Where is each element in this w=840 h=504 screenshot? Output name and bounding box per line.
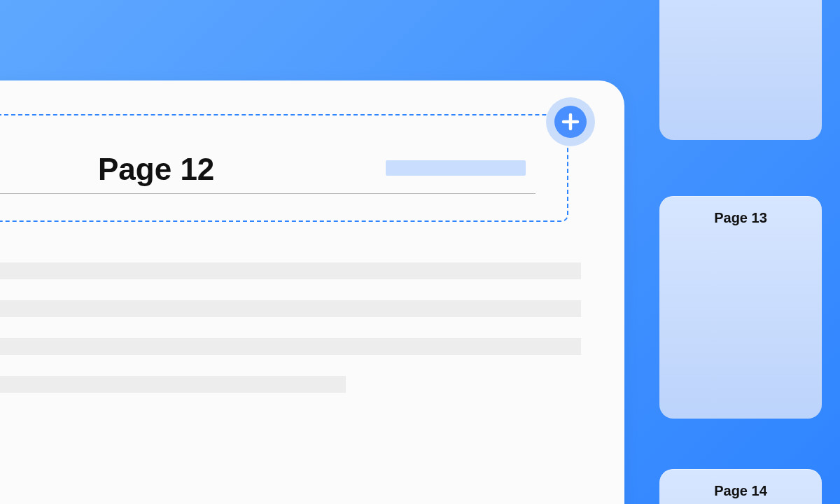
title-accent-bar [386,160,526,176]
text-line [0,300,581,317]
page-title: Page 12 [98,152,214,187]
text-line [0,376,346,393]
content-placeholder [0,262,581,414]
page-thumbnail[interactable] [659,0,822,140]
title-row: Page 12 [0,145,536,194]
page-thumbnail[interactable]: Page 13 [659,196,822,419]
canvas: Page 12 Page 13 Page 14 [0,0,840,504]
document-card: Page 12 [0,80,624,504]
page-thumbnail-label: Page 13 [659,210,822,226]
add-button[interactable] [546,97,595,146]
text-line [0,262,581,279]
page-thumbnail-label: Page 14 [659,483,822,499]
text-line [0,338,581,355]
plus-icon [554,106,587,138]
page-thumbnail[interactable]: Page 14 [659,469,822,504]
